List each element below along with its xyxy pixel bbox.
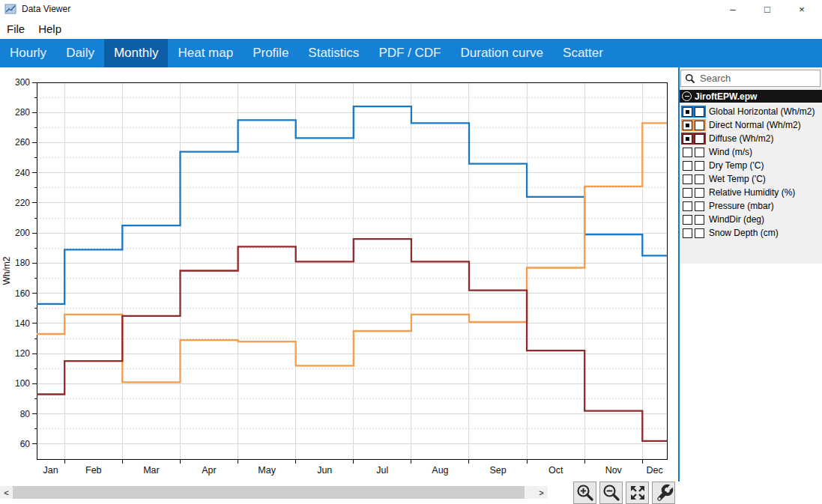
minimize-button[interactable]: – [716, 0, 750, 18]
channel-checkbox-right[interactable] [695, 134, 704, 144]
x-label-sep: Sep [489, 465, 506, 476]
x-label-jun: Jun [317, 465, 332, 476]
channel-checkbox-left[interactable] [683, 188, 692, 198]
swatch-plain [681, 173, 706, 185]
search-box[interactable] [680, 70, 821, 87]
channel-row-snow-depth-cm: Snow Depth (cm) [680, 226, 822, 240]
tab-daily[interactable]: Daily [56, 39, 104, 67]
svg-text:240: 240 [15, 168, 30, 178]
series-color-swatch [681, 133, 706, 145]
channel-label[interactable]: WindDir (deg) [709, 214, 764, 225]
close-button[interactable]: × [785, 0, 819, 18]
file-group-label: JiroftEPW.epw [695, 91, 757, 102]
x-label-may: May [258, 465, 276, 476]
collapse-icon[interactable] [682, 91, 692, 101]
bottom-bar: < > [0, 482, 822, 504]
channel-checkbox-left[interactable] [683, 215, 692, 225]
svg-text:140: 140 [15, 318, 30, 329]
wrench-icon [654, 483, 674, 503]
scroll-left-arrow-icon[interactable]: < [0, 486, 13, 499]
channel-checkbox-right[interactable] [695, 228, 704, 238]
channel-checkbox-left[interactable] [683, 201, 692, 211]
tab-statistics[interactable]: Statistics [298, 39, 369, 67]
channel-list: Global Horizontal (Wh/m2)Direct Normal (… [680, 103, 822, 240]
channel-label[interactable]: Relative Humidity (%) [709, 187, 795, 198]
menu-file[interactable]: File [0, 22, 31, 35]
channel-checkbox-right[interactable] [695, 174, 704, 184]
x-label-apr: Apr [202, 465, 216, 476]
channel-checkbox-right[interactable] [695, 188, 704, 198]
title-bar: Data Viewer – □ × [0, 0, 822, 18]
channel-label[interactable]: Dry Temp ('C) [709, 160, 764, 171]
tab-monthly[interactable]: Monthly [104, 39, 169, 67]
channel-checkbox-right[interactable] [695, 121, 704, 130]
channel-label[interactable]: Global Horizontal (Wh/m2) [709, 106, 815, 117]
channel-row-wind-m-s: Wind (m/s) [680, 145, 822, 159]
channel-checkbox-right[interactable] [695, 148, 704, 157]
search-input[interactable] [698, 72, 814, 85]
svg-text:160: 160 [15, 288, 30, 299]
channel-checkbox-left[interactable] [683, 134, 692, 144]
checkbox-check-mark [686, 137, 689, 141]
series-color-swatch [681, 106, 706, 118]
channel-checkbox-left[interactable] [683, 174, 692, 184]
tab-bar: HourlyDailyMonthlyHeat mapProfileStatist… [0, 39, 822, 67]
fit-to-view-button[interactable] [626, 482, 649, 504]
tab-heat-map[interactable]: Heat map [168, 39, 243, 67]
channel-row-pressure-mbar: Pressure (mbar) [680, 199, 822, 213]
channel-checkbox-right[interactable] [695, 107, 704, 117]
file-group-header[interactable]: JiroftEPW.epw [680, 90, 822, 103]
svg-text:260: 260 [15, 137, 30, 148]
channel-label[interactable]: Wet Temp ('C) [709, 174, 766, 184]
x-label-mar: Mar [143, 465, 160, 476]
svg-text:100: 100 [15, 378, 30, 389]
sidebar: JiroftEPW.epw Global Horizontal (Wh/m2)D… [680, 67, 822, 264]
x-label-aug: Aug [432, 465, 448, 476]
channel-row-dry-temp-c: Dry Temp ('C) [680, 159, 822, 172]
h-scrollbar[interactable]: < > [0, 486, 548, 499]
tab-scatter[interactable]: Scatter [553, 39, 613, 67]
channel-checkbox-right[interactable] [695, 201, 704, 211]
scroll-right-arrow-icon[interactable]: > [535, 486, 548, 499]
channel-label[interactable]: Snow Depth (cm) [709, 228, 779, 238]
tab-hourly[interactable]: Hourly [0, 39, 56, 67]
window-title: Data Viewer [22, 4, 70, 14]
channel-label[interactable]: Wind (m/s) [709, 147, 752, 157]
window-controls: – □ × [716, 0, 819, 18]
expand-arrows-icon [628, 483, 647, 503]
zoom-in-button[interactable] [573, 482, 596, 504]
svg-text:200: 200 [15, 228, 30, 238]
app-chart-icon [4, 3, 16, 15]
scrollbar-thumb[interactable] [13, 486, 525, 499]
channel-label[interactable]: Direct Normal (Wh/m2) [709, 120, 801, 130]
channel-checkbox-left[interactable] [683, 107, 692, 117]
channel-row-relative-humidity: Relative Humidity (%) [680, 186, 822, 199]
maximize-button[interactable]: □ [750, 0, 785, 18]
channel-checkbox-left[interactable] [683, 121, 692, 130]
channel-checkbox-right[interactable] [695, 215, 704, 225]
settings-button[interactable] [652, 482, 675, 504]
tab-profile[interactable]: Profile [243, 39, 298, 67]
menu-bar: FileHelp [0, 18, 822, 39]
chart-toolbar [573, 482, 678, 504]
channel-label[interactable]: Pressure (mbar) [709, 201, 774, 211]
channel-checkbox-left[interactable] [683, 228, 692, 238]
zoom-out-icon [602, 483, 621, 503]
scrollbar-track[interactable] [525, 486, 535, 499]
y-axis-title: Wh/m2 [1, 256, 12, 285]
x-label-jul: Jul [376, 465, 388, 476]
channel-checkbox-left[interactable] [683, 148, 692, 157]
monthly-step-chart: 6080100120140160180200220240260280300Jan… [0, 67, 678, 482]
zoom-out-button[interactable] [599, 482, 623, 504]
x-label-dec: Dec [647, 465, 663, 476]
svg-text:180: 180 [15, 258, 30, 268]
channel-checkbox-left[interactable] [683, 161, 692, 171]
tab-duration-curve[interactable]: Duration curve [450, 39, 553, 67]
channel-label[interactable]: Diffuse (Wh/m2) [709, 133, 773, 144]
channel-checkbox-right[interactable] [695, 161, 704, 171]
chart-area[interactable]: 6080100120140160180200220240260280300Jan… [0, 67, 678, 482]
tab-pdf-cdf[interactable]: PDF / CDF [369, 39, 450, 67]
menu-help[interactable]: Help [31, 22, 68, 35]
channel-row-direct-normal-wh-m2: Direct Normal (Wh/m2) [680, 118, 822, 132]
series-color-swatch [681, 119, 706, 131]
